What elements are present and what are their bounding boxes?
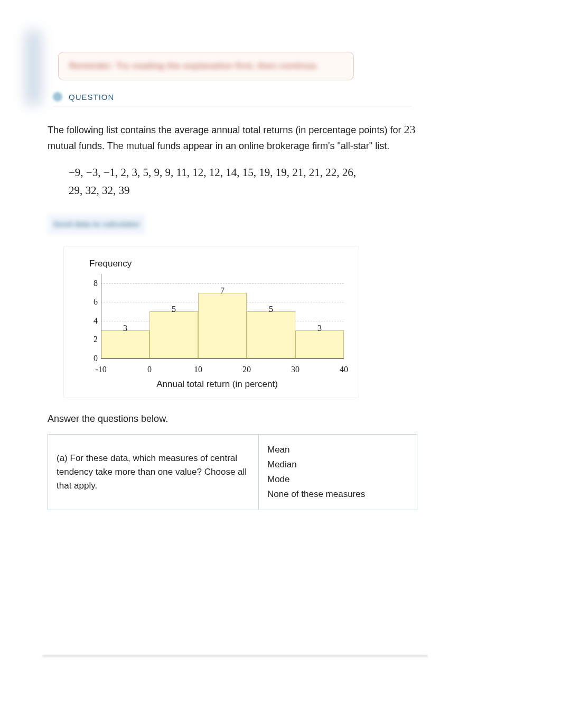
xtick: 30 — [291, 362, 300, 377]
hint-text: Reminder: Try reading the explanation fi… — [69, 61, 319, 71]
chart-bars: 35753 — [101, 274, 344, 358]
histogram-bar: 5 — [149, 311, 198, 358]
intro-before: The following list contains the average … — [48, 125, 404, 135]
send-data-link[interactable]: Send data to calculator — [48, 214, 145, 234]
chart-yaxis: 02468 — [80, 274, 101, 358]
xtick: -10 — [95, 362, 106, 377]
histogram-box: Frequency 02468 35753 -10010203040 Annua… — [63, 246, 359, 398]
bar-label: 5 — [150, 301, 198, 317]
section-header: QUESTION — [53, 92, 412, 106]
qa-table: (a) For these data, which measures of ce… — [48, 434, 417, 510]
bar-label: 7 — [199, 283, 246, 299]
question-content: The following list contains the average … — [48, 122, 428, 510]
fund-count: 23 — [404, 123, 415, 136]
chart-plot-area: 02468 35753 -10010203040 — [80, 274, 348, 374]
hint-bubble: Reminder: Try reading the explanation fi… — [58, 52, 354, 80]
histogram-bar: 5 — [247, 311, 295, 358]
y-axis-line — [101, 274, 101, 358]
intro-after: mutual funds. The mutual funds appear in… — [48, 141, 389, 151]
table-fade-overlay — [95, 588, 475, 614]
histogram-bar: 3 — [101, 330, 149, 358]
option-none[interactable]: None of these measures — [267, 487, 408, 501]
section-label: QUESTION — [69, 93, 114, 102]
section-dot-icon — [53, 92, 62, 102]
xtick: 20 — [242, 362, 251, 377]
data-list: −9, −3, −1, 2, 3, 5, 9, 9, 11, 12, 12, 1… — [69, 163, 428, 199]
ytick: 6 — [94, 294, 98, 310]
answer-prompt: Answer the questions below. — [48, 411, 428, 427]
qa-options-cell: Mean Median Mode None of these measures — [259, 435, 417, 510]
chart-ylabel: Frequency — [89, 256, 348, 272]
xtick: 0 — [147, 362, 152, 377]
xtick: 40 — [340, 362, 348, 377]
bar-label: 5 — [247, 301, 295, 317]
bar-label: 3 — [101, 320, 149, 336]
qa-prompt-cell: (a) For these data, which measures of ce… — [48, 435, 259, 510]
ytick: 2 — [94, 331, 98, 347]
side-tab-stub — [25, 31, 41, 105]
chart-xlabel: Annual total return (in percent) — [96, 376, 339, 392]
ytick: 4 — [94, 313, 98, 329]
table-row: (a) For these data, which measures of ce… — [48, 435, 417, 510]
histogram-bar: 7 — [198, 293, 247, 358]
xtick: 10 — [194, 362, 202, 377]
footer-shadow — [42, 655, 428, 658]
histogram-bar: 3 — [295, 330, 344, 358]
ytick: 8 — [94, 275, 98, 291]
x-axis-line — [101, 358, 344, 359]
bar-label: 3 — [296, 320, 343, 336]
option-mean[interactable]: Mean — [267, 443, 408, 457]
chart-xaxis: -10010203040 — [101, 358, 344, 374]
option-mode[interactable]: Mode — [267, 473, 408, 486]
question-intro: The following list contains the average … — [48, 122, 428, 154]
option-median[interactable]: Median — [267, 458, 408, 472]
